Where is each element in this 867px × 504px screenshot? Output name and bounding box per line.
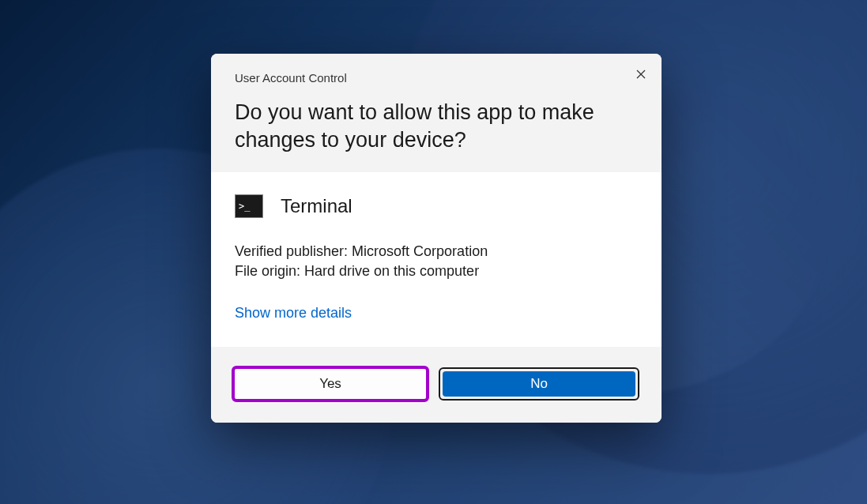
dialog-header: User Account Control Do you want to allo…	[211, 54, 662, 172]
uac-dialog: User Account Control Do you want to allo…	[211, 54, 662, 423]
no-button-focus-ring: No	[439, 367, 639, 401]
no-button[interactable]: No	[443, 371, 635, 397]
close-icon	[636, 70, 646, 79]
terminal-icon: >_	[235, 194, 263, 218]
yes-button[interactable]: Yes	[233, 367, 428, 401]
dialog-question: Do you want to allow this app to make ch…	[235, 99, 638, 153]
show-more-details-link[interactable]: Show more details	[235, 305, 352, 322]
publisher-line: Verified publisher: Microsoft Corporatio…	[235, 242, 638, 261]
dialog-title: User Account Control	[235, 71, 638, 85]
dialog-footer: Yes No	[211, 347, 662, 423]
origin-line: File origin: Hard drive on this computer	[235, 261, 638, 281]
app-name: Terminal	[281, 195, 352, 217]
close-button[interactable]	[631, 65, 650, 84]
dialog-body: >_ Terminal Verified publisher: Microsof…	[211, 172, 662, 347]
app-info-row: >_ Terminal	[235, 194, 638, 218]
